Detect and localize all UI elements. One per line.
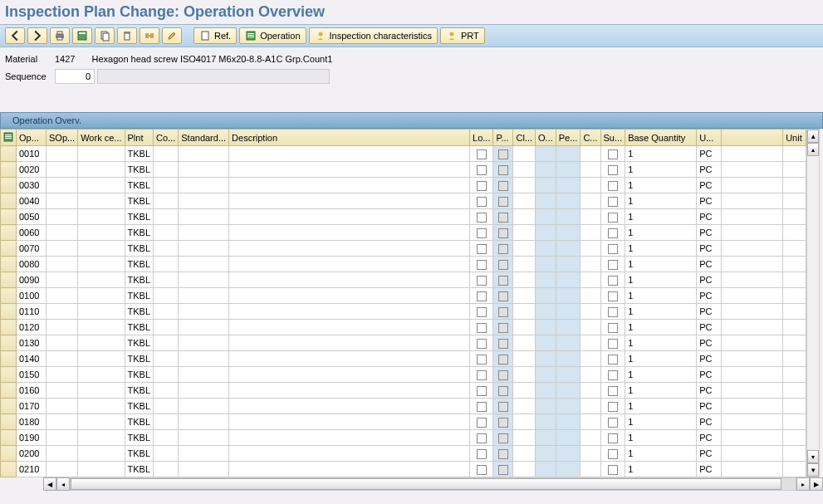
checkbox-su[interactable] [608,465,618,475]
cell-p[interactable] [493,320,513,335]
cell-basequantity[interactable]: 1 [625,162,697,178]
cell-u[interactable]: PC [697,335,722,351]
prt-button[interactable]: PRT [440,27,485,44]
cell-unit[interactable] [783,225,806,241]
cell-c[interactable] [581,430,600,446]
cell-p[interactable] [493,272,513,288]
table-row[interactable]: 0050TKBL1PC [1,209,806,225]
cell-op[interactable]: 0170 [17,399,47,414]
cell-unit[interactable] [783,241,806,257]
cell-su[interactable] [600,241,625,257]
assign-button[interactable] [140,27,159,44]
cell-basequantity[interactable]: 1 [625,209,697,225]
scroll-last-button[interactable]: ▶ [810,477,823,491]
cell-sop[interactable] [47,320,78,335]
cell-description[interactable] [229,446,470,462]
cell-blank[interactable] [722,462,783,477]
cell-plnt[interactable]: TKBL [125,399,154,414]
horizontal-scrollbar[interactable]: ◀ ◂ ▸ ▶ [0,477,823,491]
checkbox-lo[interactable] [477,402,487,412]
checkbox-su[interactable] [608,307,618,317]
cell-lo[interactable] [470,178,493,193]
col-op[interactable]: Op... [17,130,47,146]
row-selector[interactable] [1,288,17,304]
cell-op[interactable]: 0040 [17,193,47,209]
cell-pe[interactable] [556,178,581,193]
cell-pe[interactable] [556,241,581,257]
cell-plnt[interactable]: TKBL [125,304,154,320]
cell-p[interactable] [493,335,513,351]
cell-sop[interactable] [47,209,78,225]
cell-co[interactable] [154,335,179,351]
checkbox-su[interactable] [608,433,618,443]
cell-su[interactable] [600,272,625,288]
cell-blank[interactable] [722,225,783,241]
cell-standard[interactable] [179,193,229,209]
col-su[interactable]: Su... [600,130,625,146]
cell-op[interactable]: 0120 [17,320,47,335]
checkbox-su[interactable] [608,418,618,428]
checkbox-lo[interactable] [477,165,487,175]
table-row[interactable]: 0130TKBL1PC [1,335,806,351]
cell-c[interactable] [581,304,600,320]
cell-blank[interactable] [722,414,783,430]
row-selector[interactable] [1,193,17,209]
checkbox-p[interactable] [498,276,508,286]
cell-basequantity[interactable]: 1 [625,351,697,367]
cell-pe[interactable] [556,162,581,178]
vertical-scrollbar[interactable]: ▲ ▴ ▾ ▼ [806,129,820,477]
cell-sop[interactable] [47,272,78,288]
cell-cl[interactable] [513,193,536,209]
cell-workcenter[interactable] [78,430,125,446]
checkbox-lo[interactable] [477,181,487,191]
cell-sop[interactable] [47,430,78,446]
cell-p[interactable] [493,193,513,209]
next-button[interactable] [27,27,47,44]
cell-op[interactable]: 0210 [17,462,47,477]
cell-unit[interactable] [783,399,806,414]
row-selector[interactable] [1,351,17,367]
cell-c[interactable] [581,193,600,209]
cell-standard[interactable] [179,288,229,304]
table-row[interactable]: 0010TKBL1PC [1,146,806,162]
checkbox-p[interactable] [498,402,508,412]
cell-pe[interactable] [556,146,581,162]
cell-plnt[interactable]: TKBL [125,351,154,367]
cell-sop[interactable] [47,335,78,351]
cell-lo[interactable] [470,146,493,162]
cell-cl[interactable] [513,225,536,241]
col-cl[interactable]: Cl... [513,130,536,146]
cell-sop[interactable] [47,241,78,257]
cell-sop[interactable] [47,146,78,162]
table-row[interactable]: 0160TKBL1PC [1,383,806,399]
cell-cl[interactable] [513,178,536,193]
cell-u[interactable]: PC [697,446,722,462]
col-blank[interactable] [722,130,783,146]
cell-su[interactable] [600,304,625,320]
cell-workcenter[interactable] [78,383,125,399]
cell-workcenter[interactable] [78,320,125,335]
checkbox-lo[interactable] [477,197,487,207]
checkbox-su[interactable] [608,260,618,270]
checkbox-lo[interactable] [477,291,487,301]
cell-u[interactable]: PC [697,272,722,288]
cell-c[interactable] [581,351,600,367]
cell-co[interactable] [154,257,179,272]
checkbox-su[interactable] [608,228,618,238]
cell-standard[interactable] [179,304,229,320]
checkbox-lo[interactable] [477,244,487,254]
checkbox-su[interactable] [608,276,618,286]
checkbox-p[interactable] [498,355,508,365]
cell-su[interactable] [600,288,625,304]
cell-p[interactable] [493,446,513,462]
cell-c[interactable] [581,162,600,178]
cell-standard[interactable] [179,335,229,351]
checkbox-lo[interactable] [477,149,487,159]
cell-op[interactable]: 0100 [17,288,47,304]
cell-co[interactable] [154,414,179,430]
col-basequantity[interactable]: Base Quantity [625,130,697,146]
cell-o[interactable] [536,399,556,414]
row-selector[interactable] [1,146,17,162]
table-row[interactable]: 0150TKBL1PC [1,367,806,383]
cell-c[interactable] [581,399,600,414]
